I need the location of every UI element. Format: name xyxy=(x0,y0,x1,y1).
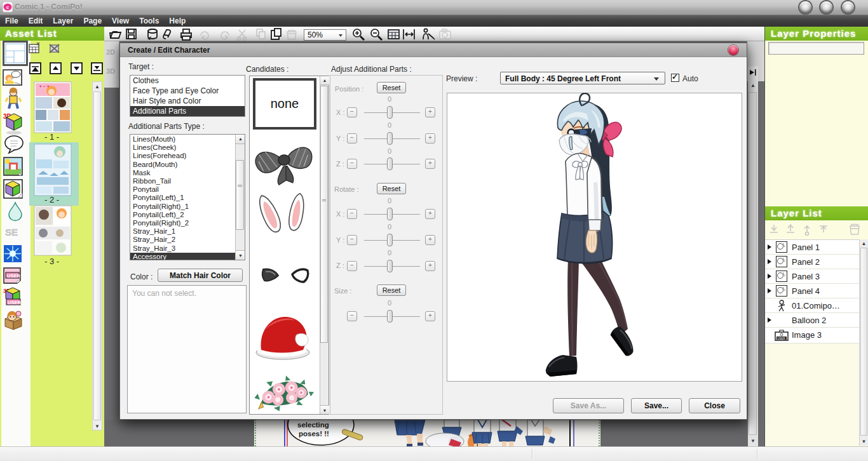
svg-text:♥ ∼ ♥: ♥ ∼ ♥ xyxy=(39,84,50,88)
svg-text:c: c xyxy=(6,4,10,10)
svg-text:poses! !!: poses! !! xyxy=(299,430,329,438)
svg-text:USER: USER xyxy=(777,337,785,340)
svg-text:none: none xyxy=(271,97,299,110)
svg-text:- 1 -: - 1 - xyxy=(44,132,59,142)
svg-text:- 2 -: - 2 - xyxy=(44,195,59,204)
svg-text:USER: USER xyxy=(8,300,21,305)
svg-text:USER: USER xyxy=(7,273,20,279)
svg-text:selecting: selecting xyxy=(297,421,329,429)
svg-text:SE: SE xyxy=(5,227,18,237)
svg-text:- 3 -: - 3 - xyxy=(44,257,59,266)
